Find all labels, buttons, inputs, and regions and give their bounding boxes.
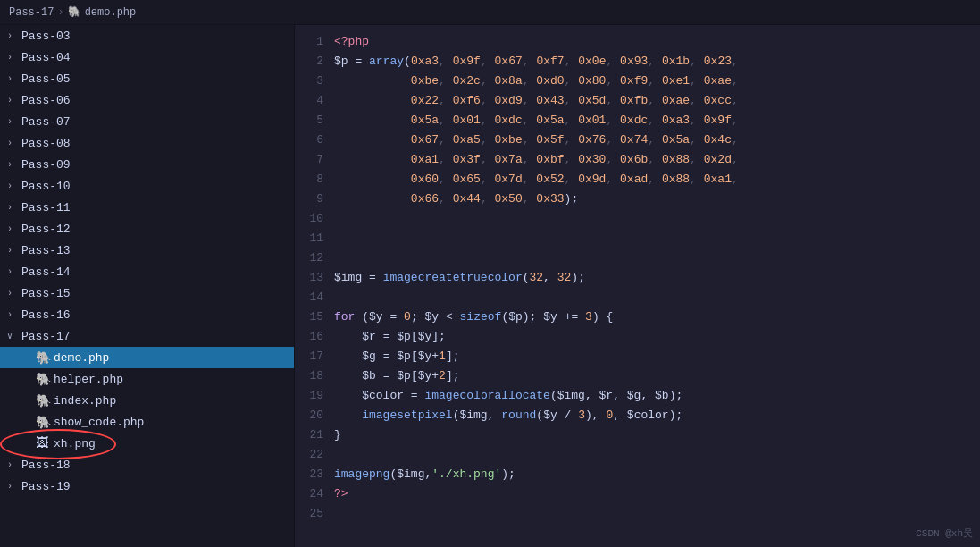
code-line-15: for ($y = 0; $y < sizeof($p); $y += 3) { <box>334 307 980 327</box>
chevron-right-icon: › <box>7 31 21 41</box>
code-line-17: $g = $p[$y+1]; <box>334 347 980 366</box>
sidebar-item-pass-17[interactable]: ∨ Pass-17 <box>0 325 294 347</box>
chevron-right-icon: › <box>7 224 21 234</box>
breadcrumb-file-icon: 🐘 <box>68 5 81 19</box>
code-line-9: 0x66, 0x44, 0x50, 0x33); <box>334 189 980 209</box>
code-line-18: $b = $p[$y+2]; <box>334 366 980 386</box>
sidebar-item-pass-11[interactable]: › Pass-11 <box>0 197 294 218</box>
code-container: 12345 678910 1112131415 1617181920 21222… <box>295 25 980 547</box>
php-file-icon: 🐘 <box>36 393 54 408</box>
chevron-right-icon: › <box>7 203 21 213</box>
chevron-right-icon: › <box>7 53 21 63</box>
sidebar-item-pass-03[interactable]: › Pass-03 <box>0 25 294 46</box>
sidebar-item-pass-07[interactable]: › Pass-07 <box>0 111 294 132</box>
sidebar-item-pass-04[interactable]: › Pass-04 <box>0 46 294 68</box>
chevron-right-icon: › <box>7 267 21 277</box>
breadcrumb-pass17[interactable]: Pass-17 <box>9 6 54 19</box>
chevron-right-icon: › <box>7 181 21 191</box>
sidebar-item-pass-05[interactable]: › Pass-05 <box>0 68 294 89</box>
code-line-23: imagepng($img,'./xh.png'); <box>334 465 980 484</box>
code-line-24: ?> <box>334 484 980 504</box>
chevron-right-icon: › <box>7 482 21 492</box>
code-line-11 <box>334 229 980 248</box>
code-line-20: imagesetpixel($img, round($y / 3), 0, $c… <box>334 406 980 425</box>
code-line-7: 0xa1, 0x3f, 0x7a, 0xbf, 0x30, 0x6b, 0x88… <box>334 150 980 170</box>
sidebar-item-index-php[interactable]: 🐘 index.php <box>0 390 294 411</box>
code-line-16: $r = $p[$y]; <box>334 327 980 347</box>
xh-png-wrapper: 🖼 xh.png <box>0 433 294 454</box>
chevron-right-icon: › <box>7 139 21 148</box>
sidebar-item-show-code-php[interactable]: 🐘 show_code.php <box>0 411 294 433</box>
chevron-right-icon: › <box>7 460 21 470</box>
sidebar-item-pass-12[interactable]: › Pass-12 <box>0 218 294 240</box>
chevron-down-icon: ∨ <box>7 331 21 341</box>
code-line-19: $color = imagecolorallocate($img, $r, $g… <box>334 386 980 406</box>
code-line-2: $p = array(0xa3, 0x9f, 0x67, 0xf7, 0x0e,… <box>334 52 980 72</box>
sidebar-item-pass-14[interactable]: › Pass-14 <box>0 261 294 282</box>
sidebar-item-pass-19[interactable]: › Pass-19 <box>0 475 294 497</box>
sidebar-item-pass-15[interactable]: › Pass-15 <box>0 282 294 304</box>
code-line-21: } <box>334 425 980 445</box>
sidebar-item-helper-php[interactable]: 🐘 helper.php <box>0 368 294 390</box>
sidebar-item-pass-08[interactable]: › Pass-08 <box>0 132 294 154</box>
sidebar-item-pass-09[interactable]: › Pass-09 <box>0 154 294 175</box>
code-line-3: 0xbe, 0x2c, 0x8a, 0xd0, 0x80, 0xf9, 0xe1… <box>334 72 980 91</box>
php-file-icon: 🐘 <box>36 372 54 387</box>
code-line-5: 0x5a, 0x01, 0xdc, 0x5a, 0x01, 0xdc, 0xa3… <box>334 111 980 130</box>
chevron-right-icon: › <box>7 289 21 299</box>
code-line-14 <box>334 288 980 307</box>
code-editor[interactable]: 12345 678910 1112131415 1617181920 21222… <box>295 25 980 547</box>
php-file-icon: 🐘 <box>36 415 54 430</box>
breadcrumb-filename: demo.php <box>85 6 137 19</box>
sidebar-item-demo-php[interactable]: 🐘 demo.php <box>0 347 294 368</box>
code-line-8: 0x60, 0x65, 0x7d, 0x52, 0x9d, 0xad, 0x88… <box>334 170 980 189</box>
line-numbers: 12345 678910 1112131415 1617181920 21222… <box>295 25 334 547</box>
sidebar: › Pass-03 › Pass-04 › Pass-05 › Pass-06 … <box>0 25 295 547</box>
chevron-right-icon: › <box>7 74 21 84</box>
chevron-right-icon: › <box>7 246 21 256</box>
sidebar-item-pass-18[interactable]: › Pass-18 <box>0 454 294 475</box>
sidebar-item-pass-13[interactable]: › Pass-13 <box>0 240 294 261</box>
chevron-right-icon: › <box>7 117 21 127</box>
code-line-12 <box>334 248 980 268</box>
code-line-25 <box>334 504 980 524</box>
code-line-1: <?php <box>334 32 980 52</box>
code-line-13: $img = imagecreatetruecolor(32, 32); <box>334 268 980 288</box>
watermark: CSDN @xh吴 <box>916 526 973 540</box>
sidebar-item-pass-10[interactable]: › Pass-10 <box>0 175 294 197</box>
chevron-right-icon: › <box>7 96 21 105</box>
code-line-10 <box>334 209 980 229</box>
php-file-icon: 🐘 <box>36 350 54 366</box>
code-line-6: 0x67, 0xa5, 0xbe, 0x5f, 0x76, 0x74, 0x5a… <box>334 130 980 150</box>
chevron-right-icon: › <box>7 160 21 170</box>
chevron-right-icon: › <box>7 310 21 320</box>
code-line-22 <box>334 445 980 465</box>
sidebar-item-xh-png[interactable]: 🖼 xh.png <box>0 433 294 454</box>
sidebar-item-pass-06[interactable]: › Pass-06 <box>0 89 294 111</box>
code-lines: <?php $p = array(0xa3, 0x9f, 0x67, 0xf7,… <box>334 25 980 547</box>
sidebar-item-pass-16[interactable]: › Pass-16 <box>0 304 294 325</box>
titlebar: Pass-17 › 🐘 demo.php <box>0 0 980 25</box>
titlebar-breadcrumb: Pass-17 › 🐘 demo.php <box>9 5 136 19</box>
breadcrumb-sep: › <box>57 6 63 19</box>
code-line-4: 0x22, 0xf6, 0xd9, 0x43, 0x5d, 0xfb, 0xae… <box>334 91 980 111</box>
main-layout: › Pass-03 › Pass-04 › Pass-05 › Pass-06 … <box>0 25 980 547</box>
image-file-icon: 🖼 <box>36 436 54 450</box>
